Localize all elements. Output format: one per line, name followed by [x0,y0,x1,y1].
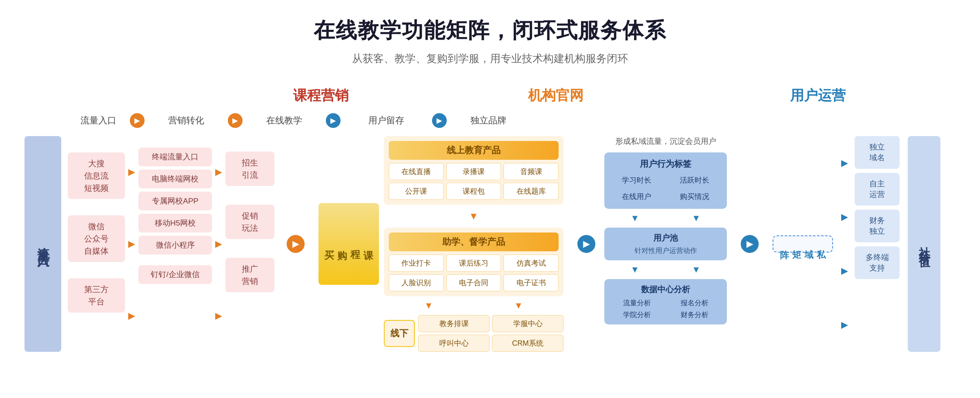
down-arrow-2a: ▼ [424,300,433,311]
sup-item-5: 电子证书 [503,274,559,291]
online-education-title: 线上教育产品 [389,141,559,160]
user-pool-subtitle: 针对性用户运营动作 [609,246,722,255]
blue-arrow-1: ▶ [572,136,600,352]
header-official: 机构官网 [456,86,655,105]
data-3: 财务分析 [667,310,722,320]
sup-item-3: 人脸识别 [389,274,444,291]
main-area: 流量入口 大搜信息流短视频 微信公众号自媒体 第三方平台 ▶ ▶ ▶ 终端流量入… [24,136,956,352]
private-title: 私域矩阵 [778,243,827,245]
marketing-item-3: 移动H5网校 [138,214,212,233]
user-pool-title: 用户池 [609,233,722,244]
behavior-tag-title: 用户行为标签 [609,158,722,170]
left-label: 流量入口 [24,136,61,352]
private-box: 私域矩阵 [773,235,833,253]
retention-down-arrows: ▼ ▼ [604,213,727,224]
marketing-item-5: 钉钉/企业微信 [138,265,212,284]
offline-item-3: CRM系统 [492,335,564,352]
left-label-text: 流量入口 [35,237,51,250]
blue-circle-2: ▶ [741,235,759,253]
online-item-4: 课程包 [446,183,501,200]
page-subtitle: 从获客、教学、复购到学服，用专业技术构建机构服务闭环 [24,51,956,66]
flow-label-brand: 独立品牌 [448,114,529,127]
marketing-item-2: 专属网校APP [138,192,212,210]
ret-arrow-1: ▼ [692,213,701,224]
online-item-5: 在线题库 [503,183,559,200]
pool-down-arrows: ▼ ▼ [604,264,727,275]
flow-label-retention: 用户留存 [341,114,431,127]
supervision-grid: 作业打卡 课后练习 仿真考试 人脸识别 电子合同 电子证书 [389,255,559,291]
arrow-traffic-conversion: ▶ [130,113,145,128]
col-headers: 课程营销 机构官网 用户运营 [24,86,956,105]
arrow-online-retention: ▶ [326,113,341,128]
offline-label: 线下 [384,320,415,347]
brand-2: 财务独立 [855,210,900,242]
brand-1: 自主运营 [855,173,900,206]
sup-item-0: 作业打卡 [389,255,444,272]
right-label-text: 社会价值 [916,237,932,250]
data-1: 报名分析 [667,298,722,308]
retention-desc: 形成私域流量，沉淀会员用户 [604,136,727,147]
conv-arrow-1: ▶ [215,239,222,249]
online-education-section: 线上教育产品 在线直播 录播课 音频课 公开课 课程包 在线题库 [384,136,564,205]
behavior-3: 购买情况 [667,190,722,203]
behavior-0: 学习时长 [609,174,664,187]
offline-item-0: 教务排课 [418,315,490,332]
page-title: 在线教学功能矩阵，闭环式服务体系 [24,16,956,45]
data-center-title: 数据中心分析 [609,284,722,295]
arrow-retention-brand: ▶ [432,113,447,128]
conv-arrow-2: ▶ [215,311,222,321]
offline-row: 线下 教务排课 学服中心 呼叫中心 CRM系统 [384,315,564,352]
arrow-0: ▶ [128,167,135,177]
conversion-0: 招生引流 [225,152,274,186]
brand-arrows: ▶ ▶ ▶ ▶ [841,136,848,352]
conversion-1: 促销玩法 [225,205,274,239]
arrow-2: ▶ [128,311,135,321]
flow-label-conversion: 营销转化 [145,114,227,127]
traffic-col: 大搜信息流短视频 微信公众号自媒体 第三方平台 [68,136,125,352]
online-item-1: 录播课 [446,163,501,180]
marketing-item-0: 终端流量入口 [138,148,212,166]
brand-arrow-0: ▶ [841,158,848,168]
orange-arrow-1: ▶ [282,136,310,352]
behavior-grid: 学习时长 活跃时长 在线用户 购买情况 [609,174,722,203]
blue-arrow-2: ▶ [736,136,764,352]
data-0: 流量分析 [609,298,664,308]
traffic-item-0: 大搜信息流短视频 [68,152,125,199]
marketing-item-1: 电脑终端网校 [138,170,212,188]
user-retention: 形成私域流量，沉淀会员用户 用户行为标签 学习时长 活跃时长 在线用户 购买情况… [604,136,727,352]
traffic-arrows: ▶ ▶ ▶ [128,136,135,352]
flow-label-online: 在线教学 [243,114,325,127]
conversion-2: 推广营销 [225,258,274,292]
arrow-conversion-online: ▶ [228,113,243,128]
kecheng-label: 课程购买 [318,203,379,285]
marketing-item-4: 微信小程序 [138,236,212,255]
down-arrow-2b: ▼ [514,300,523,311]
conversion-col: 招生引流 促销玩法 推广营销 [225,136,274,352]
brand-arrow-2: ▶ [841,266,848,276]
supervision-title: 助学、督学产品 [389,233,559,251]
sup-item-4: 电子合同 [446,274,501,291]
supervision-section: 助学、督学产品 作业打卡 课后练习 仿真考试 人脸识别 电子合同 电子证书 [384,228,564,296]
brand-arrow-1: ▶ [841,212,848,222]
brand-0: 独立域名 [855,136,900,169]
brand-arrow-3: ▶ [841,320,848,330]
right-label: 社会价值 [908,136,940,352]
online-item-0: 在线直播 [389,163,444,180]
header-user: 用户运营 [680,86,956,105]
pool-arrow-0: ▼ [630,264,639,275]
behavior-tag-box: 用户行为标签 学习时长 活跃时长 在线用户 购买情况 [604,152,727,209]
orange-circle-1: ▶ [287,235,305,253]
brand-col: 独立域名 自主运营 财务独立 多终端支持 [855,136,900,352]
flow-labels-row: 流量入口 ▶ 营销转化 ▶ 在线教学 ▶ 用户留存 ▶ 独立品牌 [24,113,956,128]
sup-item-2: 仿真考试 [503,255,559,272]
offline-item-1: 学服中心 [492,315,564,332]
behavior-1: 活跃时长 [667,174,722,187]
pool-arrow-1: ▼ [692,264,701,275]
sup-item-1: 课后练习 [446,255,501,272]
online-area: 线上教育产品 在线直播 录播课 音频课 公开课 课程包 在线题库 ▼ 助学、督学… [384,136,564,352]
private-matrix: 私域矩阵 [773,136,833,352]
blue-circle-1: ▶ [577,235,595,253]
traffic-item-1: 微信公众号自媒体 [68,215,125,262]
behavior-2: 在线用户 [609,190,664,203]
down-arrows-2: ▼ ▼ [384,300,564,311]
